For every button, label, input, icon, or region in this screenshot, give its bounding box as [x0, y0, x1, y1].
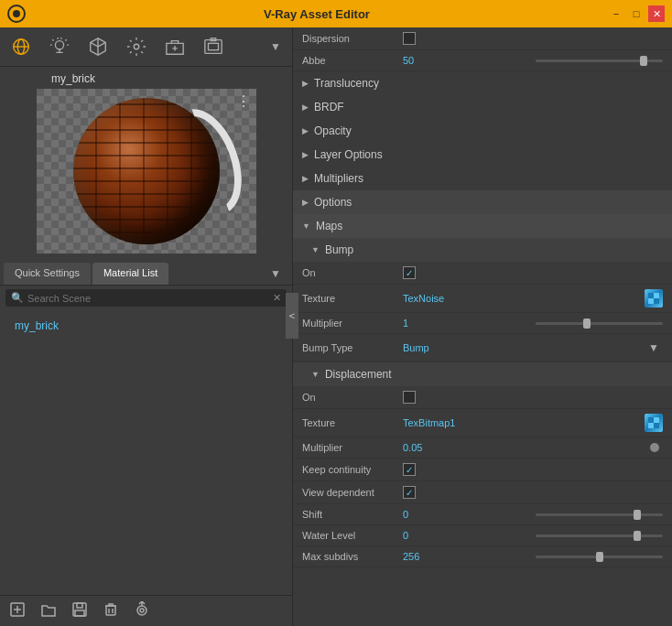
- keep-continuity-checkbox[interactable]: [403, 463, 416, 476]
- max-subdivs-slider[interactable]: [536, 556, 663, 558]
- section-options-header[interactable]: ▶ Options: [293, 190, 672, 214]
- prop-label-bump-type: Bump Type: [302, 342, 403, 353]
- section-bump-label: Bump: [325, 243, 353, 256]
- svg-point-1: [13, 10, 20, 17]
- window-title: V-Ray Asset Editor: [26, 7, 608, 21]
- section-translucency-label: Translucency: [314, 77, 379, 90]
- prop-row-keep-continuity: Keep continuity: [293, 459, 672, 481]
- save-button[interactable]: [71, 601, 88, 621]
- multipliers-arrow: ▶: [302, 174, 309, 183]
- prop-label-bump-texture: Texture: [302, 293, 403, 304]
- delete-button[interactable]: [103, 601, 119, 621]
- section-maps-label: Maps: [316, 220, 342, 232]
- search-clear-button[interactable]: ✕: [273, 292, 281, 304]
- section-bump-header[interactable]: ▼ Bump: [293, 238, 672, 262]
- settings-toolbar-icon[interactable]: [123, 33, 150, 60]
- tabs-more-button[interactable]: ▼: [263, 263, 288, 285]
- lights-toolbar-icon[interactable]: [46, 33, 73, 60]
- geometry-toolbar-icon[interactable]: [84, 33, 112, 60]
- dispersion-checkbox[interactable]: [403, 32, 416, 45]
- abbe-slider[interactable]: [536, 59, 663, 62]
- displacement-texture-value[interactable]: TexBitmap1: [403, 417, 645, 428]
- svg-rect-29: [648, 423, 654, 428]
- section-brdf-header[interactable]: ▶ BRDF: [293, 95, 672, 119]
- prop-label-dispersion: Dispersion: [302, 33, 403, 44]
- svg-rect-26: [654, 298, 659, 304]
- window-controls: − □ ✕: [608, 5, 665, 22]
- camera-toolbar-icon[interactable]: [161, 33, 189, 60]
- layer-options-arrow: ▶: [302, 150, 309, 159]
- svg-point-5: [55, 41, 63, 49]
- bump-multiplier-container: 1: [403, 318, 663, 329]
- prop-row-bump-texture: Texture TexNoise: [293, 285, 672, 313]
- svg-rect-28: [654, 417, 659, 423]
- material-list: my_brick: [0, 310, 292, 595]
- displacement-on-checkbox[interactable]: [403, 391, 416, 404]
- shift-value: 0: [403, 509, 530, 520]
- import-button[interactable]: [134, 601, 150, 621]
- tab-material-list[interactable]: Material List: [92, 263, 168, 285]
- bump-on-checkbox[interactable]: [403, 266, 416, 279]
- section-opacity-header[interactable]: ▶ Opacity: [293, 119, 672, 143]
- svg-rect-14: [77, 603, 82, 608]
- view-dependent-checkbox[interactable]: [403, 486, 416, 499]
- displacement-multiplier-value: 0.05: [403, 442, 645, 453]
- svg-rect-30: [654, 423, 659, 428]
- svg-rect-8: [209, 43, 219, 49]
- section-translucency-header[interactable]: ▶ Translucency: [293, 71, 672, 95]
- prop-label-bump-multiplier: Multiplier: [302, 318, 403, 329]
- section-displacement-header[interactable]: ▼ Displacement: [293, 362, 672, 386]
- bump-type-dropdown[interactable]: ▼: [645, 339, 663, 357]
- render-toolbar-icon[interactable]: [200, 33, 227, 60]
- bump-multiplier-slider[interactable]: [536, 322, 663, 325]
- section-brdf-label: BRDF: [314, 101, 344, 113]
- search-icon: 🔍: [11, 292, 24, 304]
- minimize-button[interactable]: −: [608, 5, 624, 22]
- prop-row-water-level: Water Level 0: [293, 525, 672, 546]
- svg-rect-23: [648, 293, 654, 298]
- prop-label-displacement-on: On: [302, 392, 403, 403]
- maximize-button[interactable]: □: [628, 5, 645, 22]
- close-button[interactable]: ✕: [648, 5, 665, 22]
- materials-toolbar-icon[interactable]: [7, 33, 35, 60]
- prop-label-view-dependent: View dependent: [302, 487, 403, 498]
- open-button[interactable]: [40, 601, 57, 621]
- search-input[interactable]: [27, 293, 273, 304]
- prop-row-view-dependent: View dependent: [293, 481, 672, 504]
- abbe-value: 50: [403, 55, 530, 66]
- section-multipliers-header[interactable]: ▶ Multipliers: [293, 167, 672, 190]
- water-level-slider[interactable]: [536, 534, 663, 537]
- prop-row-max-subdivs: Max subdivs 256: [293, 546, 672, 567]
- main-container: ▼ my_brick ⋮ Quick Settings Material Lis…: [0, 27, 672, 626]
- new-material-button[interactable]: [9, 601, 26, 621]
- section-maps-header[interactable]: ▼ Maps: [293, 214, 672, 238]
- preview-more-button[interactable]: ⋮: [236, 92, 251, 110]
- brdf-arrow: ▶: [302, 103, 309, 112]
- section-displacement-label: Displacement: [325, 368, 392, 381]
- tab-quick-settings[interactable]: Quick Settings: [4, 263, 91, 285]
- translucency-arrow: ▶: [302, 79, 309, 88]
- prop-label-max-subdivs: Max subdivs: [302, 551, 403, 562]
- prop-label-abbe: Abbe: [302, 55, 403, 66]
- prop-row-shift: Shift 0: [293, 504, 672, 525]
- prop-label-displacement-texture: Texture: [302, 417, 403, 428]
- section-layer-options-header[interactable]: ▶ Layer Options: [293, 143, 672, 167]
- bump-texture-value[interactable]: TexNoise: [403, 293, 645, 304]
- bottom-toolbar: [0, 595, 292, 626]
- bump-texture-button[interactable]: [645, 289, 663, 308]
- section-opacity-label: Opacity: [314, 124, 352, 137]
- svg-rect-15: [75, 610, 84, 616]
- section-options-label: Options: [314, 196, 352, 209]
- prop-row-bump-type: Bump Type Bump ▼: [293, 334, 672, 362]
- prop-label-keep-continuity: Keep continuity: [302, 464, 403, 475]
- toolbar-dropdown[interactable]: ▼: [266, 38, 285, 56]
- list-item[interactable]: my_brick: [0, 314, 292, 338]
- bump-multiplier-value: 1: [403, 318, 530, 329]
- opacity-arrow: ▶: [302, 126, 309, 135]
- displacement-texture-button[interactable]: [645, 414, 663, 432]
- panel-collapse-arrow[interactable]: <: [286, 293, 298, 339]
- bump-arrow: ▼: [311, 245, 320, 254]
- svg-rect-17: [106, 606, 115, 615]
- displacement-multiplier-dot[interactable]: [650, 443, 659, 452]
- shift-slider[interactable]: [536, 513, 663, 516]
